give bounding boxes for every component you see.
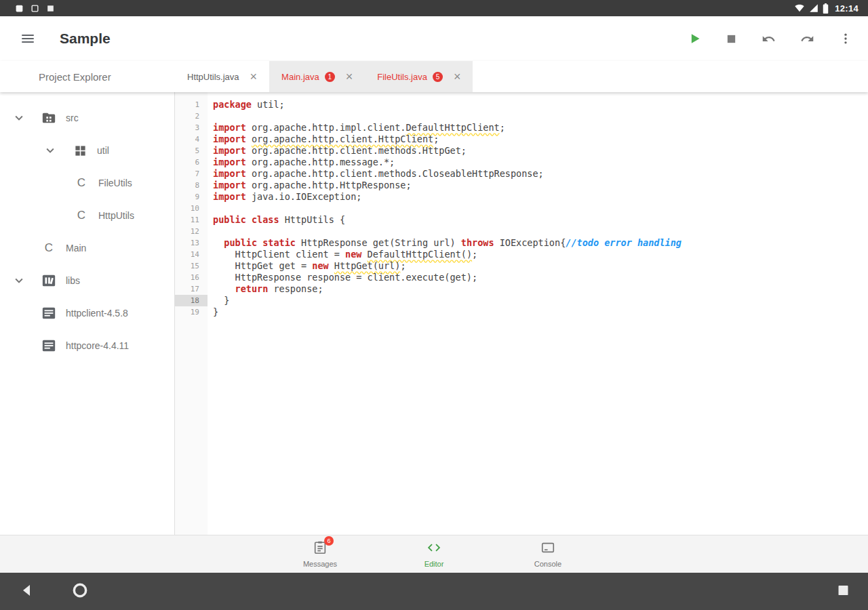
tab-close-icon[interactable]: ×: [250, 70, 258, 83]
redo-icon: [800, 32, 814, 46]
line-number: 6: [175, 157, 208, 168]
class-icon: C: [73, 209, 90, 222]
code-token: [213, 237, 224, 248]
back-button[interactable]: [19, 582, 35, 601]
code-line[interactable]: return response;: [213, 283, 868, 295]
code-token: java.io.IOException;: [246, 191, 362, 202]
code-token: [246, 134, 252, 144]
tab-close-icon[interactable]: ×: [454, 70, 461, 83]
tab-httputils-java[interactable]: HttpUtils.java×: [175, 61, 269, 92]
nav-console[interactable]: Console: [524, 540, 572, 568]
stop-button[interactable]: [724, 31, 739, 47]
tree-item-httpclient-4-5-8[interactable]: httpclient-4.5.8: [0, 297, 174, 329]
keyword-token: class: [252, 214, 279, 225]
line-number: 11: [175, 214, 208, 226]
line-number: 12: [175, 226, 208, 237]
tab-main-java[interactable]: Main.java1×: [269, 61, 365, 92]
tree-item-label: Main: [66, 243, 86, 253]
tab-row: Project Explorer HttpUtils.java×Main.jav…: [0, 61, 868, 92]
tree-item-httpcore-4-4-11[interactable]: httpcore-4.4.11: [0, 329, 174, 362]
chevron-down-icon[interactable]: [42, 143, 58, 158]
chevron-down-icon[interactable]: [11, 273, 27, 288]
tree-item-src[interactable]: src: [0, 102, 174, 134]
code-line[interactable]: import org.apache.http.message.*;: [213, 157, 868, 168]
line-number: 10: [175, 203, 208, 214]
warning-token: DefaultHttpClient(): [368, 249, 472, 260]
nav-item-label: Editor: [425, 560, 444, 568]
line-number: 15: [175, 260, 208, 272]
code-token: org.apache.http.impl.client.: [246, 122, 406, 133]
notification-icon: [31, 4, 39, 13]
status-time: 12:14: [835, 3, 859, 14]
code-line[interactable]: public class HttpUtils {: [213, 214, 868, 226]
app-toolbar: Sample: [0, 16, 868, 61]
keyword-token: import: [213, 122, 246, 133]
code-token: IOException{: [494, 237, 566, 248]
tree-item-label: httpcore-4.4.11: [66, 340, 129, 351]
code-token: HttpResponse get(String url): [296, 237, 461, 248]
nav-item-label: Console: [534, 560, 561, 568]
code-line[interactable]: HttpGet get = new HttpGet(url);: [213, 260, 868, 272]
run-button[interactable]: [686, 30, 703, 47]
home-icon: [71, 582, 89, 599]
line-number-gutter: 12345678910111213141516171819: [175, 92, 208, 535]
tab-fileutils-java[interactable]: FileUtils.java5×: [365, 61, 473, 92]
chevron-down-icon[interactable]: [11, 110, 27, 125]
keyword-token: import: [213, 157, 246, 167]
code-line[interactable]: import org.apache.http.client.methods.Cl…: [213, 168, 868, 180]
code-token: util;: [252, 99, 285, 110]
recents-button[interactable]: [836, 583, 850, 600]
messages-badge: 6: [324, 536, 334, 546]
code-token: org.apache.http.message.*;: [246, 157, 395, 167]
nav-messages[interactable]: 6Messages: [296, 540, 344, 568]
home-button[interactable]: [71, 582, 89, 602]
tree-item-label: FileUtils: [98, 178, 132, 188]
code-area[interactable]: package util;import org.apache.http.impl…: [208, 92, 868, 535]
line-number: 16: [175, 272, 208, 283]
tab-close-icon[interactable]: ×: [346, 70, 353, 83]
editor-tabs: HttpUtils.java×Main.java1×FileUtils.java…: [175, 61, 473, 92]
code-line[interactable]: [213, 110, 868, 122]
notification-icon: [46, 4, 55, 13]
line-number: 18: [175, 295, 208, 306]
hamburger-menu-button[interactable]: [18, 28, 38, 49]
nav-editor[interactable]: Editor: [410, 540, 458, 568]
code-line[interactable]: import java.io.IOException;: [213, 191, 868, 203]
keyword-token: return: [235, 283, 269, 294]
code-line[interactable]: package util;: [213, 99, 868, 110]
line-number: 1: [175, 99, 208, 110]
code-line[interactable]: [213, 203, 868, 214]
code-line[interactable]: }: [213, 306, 868, 318]
code-line[interactable]: }: [213, 295, 868, 306]
code-token: HttpClient client =: [213, 249, 345, 260]
code-editor[interactable]: 12345678910111213141516171819 package ut…: [175, 92, 868, 535]
tree-item-util[interactable]: util: [0, 134, 174, 167]
code-token: [246, 214, 252, 225]
keyword-token: public: [213, 214, 246, 225]
code-token: [361, 249, 367, 260]
cell-signal-icon: [809, 3, 818, 13]
console-icon: [540, 540, 555, 558]
line-number: 4: [175, 134, 208, 145]
android-nav-bar: [0, 573, 868, 610]
code-line[interactable]: import org.apache.http.client.HttpClient…: [213, 134, 868, 145]
code-line[interactable]: import org.apache.http.impl.client.Defau…: [213, 122, 868, 134]
code-token: ;: [500, 122, 505, 133]
overflow-menu-button[interactable]: [837, 30, 854, 47]
tree-item-libs[interactable]: libs: [0, 264, 174, 297]
line-number: 17: [175, 283, 208, 295]
tree-item-fileutils[interactable]: CFileUtils: [0, 167, 174, 199]
undo-button[interactable]: [760, 30, 778, 48]
redo-button[interactable]: [798, 30, 816, 48]
code-line[interactable]: import org.apache.http.client.methods.Ht…: [213, 145, 868, 157]
code-line[interactable]: [213, 226, 868, 237]
code-line[interactable]: public static HttpResponse get(String ur…: [213, 237, 868, 249]
code-line[interactable]: HttpResponse response = client.execute(g…: [213, 272, 868, 283]
tree-item-main[interactable]: CMain: [0, 232, 174, 264]
tree-item-httputils[interactable]: CHttpUtils: [0, 199, 174, 232]
code-line[interactable]: HttpClient client = new DefaultHttpClien…: [213, 249, 868, 260]
screen: 12:14 Sample Project Expl: [0, 0, 868, 610]
toolbar-actions: [686, 30, 854, 48]
code-line[interactable]: import org.apache.http.HttpResponse;: [213, 180, 868, 191]
tab-label: FileUtils.java: [377, 72, 427, 82]
